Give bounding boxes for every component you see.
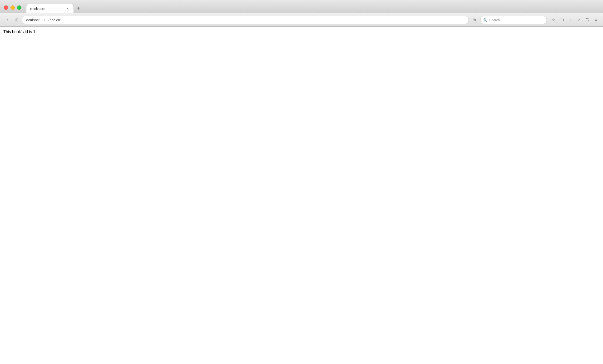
search-icon: 🔍 xyxy=(483,18,487,22)
reading-list-icon: ⊟ xyxy=(561,18,564,22)
home-button[interactable]: ⌂ xyxy=(575,16,583,24)
tab-close-button[interactable]: ✕ xyxy=(65,7,70,11)
bookmark-button[interactable]: ☆ xyxy=(550,16,557,24)
back-button[interactable]: ‹ xyxy=(3,16,12,24)
content-area: This book's id is 1. xyxy=(0,27,603,364)
info-icon: ⓘ xyxy=(15,18,18,22)
reading-list-button[interactable]: ⊟ xyxy=(558,16,566,24)
nav-bar: ‹ ⓘ localhost:3000/books/1 ↻ 🔍 Search ☆ … xyxy=(0,13,603,27)
bookmark-icon: ☆ xyxy=(552,18,555,22)
info-button[interactable]: ⓘ xyxy=(13,17,20,23)
home-icon: ⌂ xyxy=(578,18,580,22)
traffic-lights xyxy=(4,5,22,10)
shield-icon: 🛡 xyxy=(586,18,590,22)
toolbar-icons: ☆ ⊟ ↓ ⌂ 🛡 ≡ xyxy=(550,16,600,24)
active-tab[interactable]: Bookstore ✕ xyxy=(26,4,74,13)
menu-icon: ≡ xyxy=(595,18,597,22)
maximize-button[interactable] xyxy=(17,5,22,10)
reload-button[interactable]: ↻ xyxy=(471,16,478,24)
browser-window: Bookstore ✕ + ‹ ⓘ localhost:3000/books/1… xyxy=(0,0,603,364)
minimize-button[interactable] xyxy=(11,5,15,10)
tab-title: Bookstore xyxy=(30,7,63,11)
shield-button[interactable]: 🛡 xyxy=(584,16,591,24)
search-bar[interactable]: 🔍 Search xyxy=(480,16,547,24)
tabs-area: Bookstore ✕ + xyxy=(26,4,599,13)
address-text: localhost:3000/books/1 xyxy=(25,18,465,22)
reload-icon: ↻ xyxy=(473,18,476,22)
close-button[interactable] xyxy=(4,5,8,10)
new-tab-button[interactable]: + xyxy=(75,4,82,12)
page-body-text: This book's id is 1. xyxy=(3,30,600,34)
download-icon: ↓ xyxy=(570,18,572,22)
back-icon: ‹ xyxy=(6,17,8,22)
menu-button[interactable]: ≡ xyxy=(592,16,600,24)
search-placeholder-text: Search xyxy=(489,18,544,22)
title-bar: Bookstore ✕ + xyxy=(0,0,603,13)
download-button[interactable]: ↓ xyxy=(567,16,574,24)
address-bar[interactable]: localhost:3000/books/1 xyxy=(22,16,469,24)
